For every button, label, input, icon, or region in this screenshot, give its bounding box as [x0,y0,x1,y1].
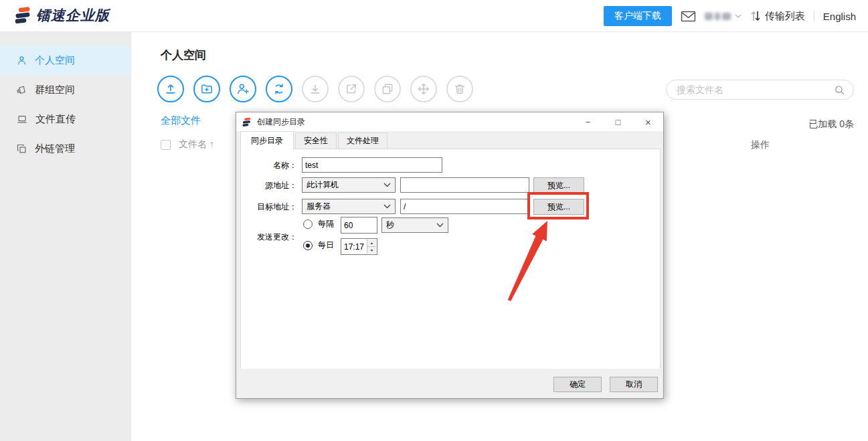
source-preview-button[interactable]: 预览... [533,177,584,193]
search-icon[interactable] [834,84,845,96]
group-icon [16,84,27,96]
time-spinner: ▴ ▾ [367,240,376,254]
ok-button[interactable]: 确定 [553,377,602,392]
sync-icon [272,82,286,96]
target-label: 目标地址： [236,201,297,213]
daily-radio-row: 每日 [303,240,334,251]
interval-unit-select[interactable]: 秒 [381,217,448,233]
column-actions: 操作 [751,139,770,151]
sidebar: 个人空间 群组空间 文件直传 外链管理 [0,32,131,441]
select-all-checkbox[interactable] [161,140,171,150]
chevron-down-icon [383,204,391,209]
invite-user-icon [236,82,250,96]
breadcrumb-all-files[interactable]: 全部文件 [161,114,201,127]
page-title: 个人空间 [161,48,206,63]
create-sync-dialog: 创建同步目录 − □ × 同步目录 安全性 文件处理 名称： 源地址： 此计算机… [236,112,664,399]
toolbar [157,76,473,102]
column-filename[interactable]: 文件名 ↑ [179,139,214,151]
person-icon [16,55,27,66]
loaded-count: 已加载 0条 [808,118,854,130]
dialog-tabs: 同步目录 安全性 文件处理 [240,131,389,149]
move-button [410,76,437,102]
table-header: 文件名 ↑ [161,139,214,151]
download-icon [309,82,322,96]
transfer-list-button[interactable]: 传输列表 [750,10,805,23]
user-menu[interactable] [705,13,742,20]
interval-value-input[interactable] [341,217,377,234]
client-download-button[interactable]: 客户端下载 [604,6,672,26]
raysync-logo-icon [13,6,32,25]
send-changes-label: 发送更改： [236,232,297,243]
copy-icon [381,82,394,96]
close-icon[interactable]: × [633,112,663,131]
logo-text: 镭速企业版 [36,6,110,25]
sidebar-item-personal-space[interactable]: 个人空间 [0,46,131,75]
target-path-input[interactable] [400,199,529,214]
external-link-icon [16,143,27,155]
daily-time-input[interactable] [341,239,367,254]
upload-button[interactable] [157,76,184,102]
dialog-logo-icon [242,117,252,127]
source-path-input[interactable] [400,177,529,193]
target-preview-button[interactable]: 预览... [533,199,584,215]
language-switch[interactable]: English [823,11,856,22]
interval-radio[interactable] [303,219,313,229]
laptop-icon [16,114,28,125]
source-type-select[interactable]: 此计算机 [302,177,396,193]
copy-button [374,76,401,102]
transfer-arrows-icon [750,10,761,22]
create-folder-button[interactable] [193,76,220,102]
dialog-footer: 确定 取消 [236,369,663,398]
sidebar-item-group-space[interactable]: 群组空间 [0,75,131,104]
name-input[interactable] [302,157,442,173]
minimize-icon[interactable]: − [573,112,603,131]
app-logo: 镭速企业版 [13,6,110,25]
header-divider [814,11,814,21]
dialog-titlebar[interactable]: 创建同步目录 − □ × [236,112,663,131]
interval-label: 每隔 [318,218,334,230]
tab-sync-directory[interactable]: 同步目录 [240,131,294,149]
invite-user-button[interactable] [230,76,256,102]
download-button [302,76,329,102]
share-button [338,76,365,102]
chevron-down-icon [735,14,742,19]
username-blurred [705,13,731,20]
target-type-select[interactable]: 服务器 [302,199,396,214]
tab-file-handling[interactable]: 文件处理 [338,133,387,149]
spinner-down-icon[interactable]: ▾ [367,247,376,254]
create-folder-icon [200,82,213,96]
sort-asc-icon: ↑ [209,139,214,149]
chevron-down-icon [383,183,391,187]
cancel-button[interactable]: 取消 [610,377,658,392]
chevron-down-icon [436,223,444,228]
upload-icon [164,82,177,96]
tab-security[interactable]: 安全性 [295,133,337,149]
daily-time-field: ▴ ▾ [341,238,377,255]
daily-radio[interactable] [303,241,313,250]
daily-label: 每日 [318,240,334,251]
maximize-icon[interactable]: □ [603,112,633,131]
sync-button[interactable] [266,76,292,102]
source-label: 源地址： [236,180,297,191]
search-box [666,80,854,100]
interval-radio-row: 每隔 [303,218,334,230]
mail-icon[interactable] [681,11,696,22]
move-icon [417,82,430,96]
delete-icon [453,82,466,96]
spinner-up-icon[interactable]: ▴ [367,240,376,247]
app-header: 镭速企业版 客户端下载 传输列表 English [0,0,868,32]
name-label: 名称： [236,160,297,171]
share-icon [345,82,358,96]
delete-button [446,76,473,102]
sidebar-item-direct-transfer[interactable]: 文件直传 [0,104,131,134]
dialog-title: 创建同步目录 [257,116,305,128]
sidebar-item-external-links[interactable]: 外链管理 [0,134,131,163]
search-input[interactable] [677,84,834,95]
